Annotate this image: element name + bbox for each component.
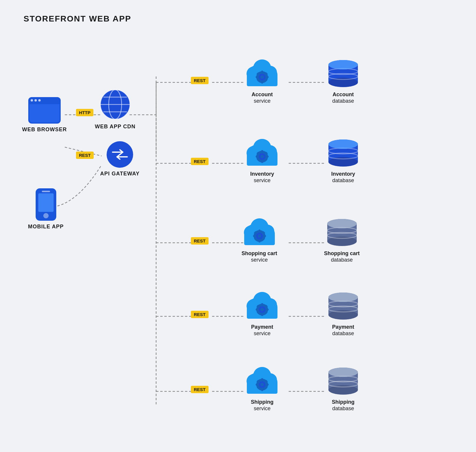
- shopping-cart-database-node: Shopping cart database: [324, 218, 360, 263]
- shipping-db-icon: [327, 366, 359, 396]
- svg-point-103: [260, 308, 264, 311]
- rest-badge-browser-gateway: REST: [76, 152, 94, 159]
- shopping-cart-service-sublabel: service: [251, 257, 268, 263]
- shopping-cart-service-icon: [242, 218, 277, 247]
- shipping-service-node: Shipping service: [244, 366, 280, 412]
- svg-rect-59: [261, 160, 263, 163]
- payment-service-icon: [244, 291, 280, 321]
- diagram-container: STOREFRONT WEB APP: [0, 0, 476, 452]
- payment-database-node: Payment database: [327, 291, 359, 337]
- payment-db-sublabel: database: [332, 330, 354, 337]
- payment-service-sublabel: service: [254, 330, 270, 337]
- rest-badge-shipping: REST: [191, 386, 209, 393]
- svg-rect-127: [261, 378, 263, 381]
- svg-point-141: [328, 368, 358, 377]
- payment-db-icon: [327, 291, 359, 321]
- rest-badge-inventory: REST: [191, 158, 209, 165]
- svg-rect-104: [261, 303, 263, 306]
- svg-point-80: [258, 234, 261, 238]
- payment-service-label: Payment: [251, 324, 273, 330]
- web-browser-node: WEB BROWSER: [22, 97, 67, 133]
- web-browser-label: WEB BROWSER: [22, 127, 67, 133]
- api-gateway-label: API GATEWAY: [100, 171, 140, 177]
- payment-service-node: Payment service: [244, 291, 280, 337]
- svg-rect-106: [256, 309, 258, 310]
- svg-rect-60: [256, 156, 258, 157]
- svg-point-95: [327, 219, 357, 228]
- svg-rect-58: [261, 150, 263, 153]
- http-badge: HTTP: [76, 109, 93, 116]
- svg-rect-83: [253, 235, 256, 237]
- account-db-icon: [327, 59, 359, 88]
- svg-point-49: [328, 60, 358, 69]
- svg-point-118: [328, 293, 358, 302]
- svg-point-34: [260, 75, 264, 79]
- svg-rect-128: [261, 388, 263, 391]
- shipping-service-label: Shipping: [251, 399, 274, 406]
- api-gateway-node: API GATEWAY: [100, 141, 140, 177]
- inventory-db-label: Inventory: [331, 171, 355, 177]
- inventory-service-node: Inventory service: [244, 138, 280, 184]
- svg-rect-37: [256, 76, 258, 78]
- svg-rect-82: [259, 240, 260, 242]
- inventory-database-node: Inventory database: [327, 138, 359, 184]
- svg-rect-35: [261, 71, 263, 73]
- shopping-cart-service-label: Shopping cart: [242, 250, 277, 257]
- mobile-app-node: MOBILE APP: [28, 188, 64, 230]
- shipping-db-label: Shipping: [332, 399, 355, 406]
- svg-rect-81: [259, 230, 260, 232]
- account-service-node: Account service: [244, 59, 280, 104]
- account-db-sublabel: database: [332, 98, 354, 104]
- web-app-cdn-node: WEB APP CDN: [95, 88, 135, 130]
- browser-icon: [28, 97, 61, 124]
- svg-rect-105: [261, 313, 263, 316]
- svg-rect-107: [266, 309, 269, 310]
- rest-badge-payment: REST: [191, 311, 209, 318]
- inventory-service-sublabel: service: [254, 177, 270, 184]
- gateway-icon: [107, 141, 133, 168]
- svg-rect-38: [266, 76, 269, 78]
- shopping-cart-service-node: Shopping cart service: [242, 218, 277, 263]
- shopping-cart-db-icon: [326, 218, 358, 247]
- page-title: STOREFRONT WEB APP: [24, 14, 131, 24]
- account-database-node: Account database: [327, 59, 359, 104]
- rest-badge-account: REST: [191, 77, 209, 84]
- web-app-cdn-label: WEB APP CDN: [95, 124, 135, 130]
- svg-rect-130: [266, 384, 269, 385]
- inventory-service-icon: [244, 138, 280, 168]
- connections-svg: [0, 0, 476, 452]
- rest-badge-shopping-cart: REST: [191, 237, 209, 245]
- svg-rect-61: [266, 156, 269, 157]
- shopping-cart-db-label: Shopping cart: [324, 250, 360, 257]
- shopping-cart-db-sublabel: database: [331, 257, 353, 263]
- account-db-label: Account: [333, 91, 354, 98]
- account-service-label: Account: [252, 91, 273, 98]
- inventory-db-sublabel: database: [332, 177, 354, 184]
- svg-rect-36: [261, 81, 263, 84]
- shipping-service-sublabel: service: [254, 406, 270, 412]
- account-service-sublabel: service: [254, 98, 270, 104]
- account-service-icon: [244, 59, 280, 88]
- mobile-icon: [36, 188, 56, 221]
- inventory-db-icon: [327, 138, 359, 168]
- svg-rect-129: [256, 384, 258, 385]
- shipping-database-node: Shipping database: [327, 366, 359, 412]
- mobile-app-label: MOBILE APP: [28, 224, 64, 230]
- inventory-service-label: Inventory: [250, 171, 274, 177]
- svg-point-57: [260, 155, 264, 158]
- shipping-db-sublabel: database: [332, 406, 354, 412]
- globe-icon: [99, 88, 131, 121]
- svg-point-72: [328, 139, 358, 149]
- shipping-service-icon: [244, 366, 280, 396]
- svg-point-126: [260, 383, 264, 386]
- payment-db-label: Payment: [332, 324, 354, 330]
- svg-rect-84: [263, 235, 266, 237]
